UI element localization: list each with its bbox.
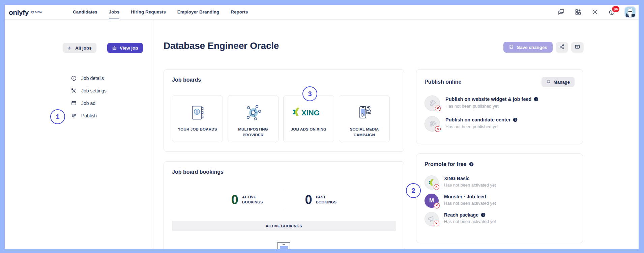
publish-row-candidate-center[interactable]: ✕ Publish on candidate center Has not be… xyxy=(425,116,575,132)
stats-divider xyxy=(284,190,284,209)
share-button[interactable] xyxy=(556,42,568,53)
svg-text:XING: XING xyxy=(301,109,320,117)
briefcase-icon xyxy=(112,46,117,51)
job-sidebar: All jobs View job Job details Job settin… xyxy=(5,20,153,249)
not-activated-x-icon: ✕ xyxy=(434,203,440,208)
top-navbar: onlyfy by XING Candidates Jobs Hiring Re… xyxy=(5,5,639,20)
messages-icon[interactable] xyxy=(558,8,565,16)
settings-gear-icon[interactable] xyxy=(591,8,598,16)
not-published-x-icon: ✕ xyxy=(435,126,441,132)
active-bookings-stat: 0 ACTIVEBOOKINGS xyxy=(231,193,263,206)
publish-online-title: Publish online xyxy=(425,79,461,85)
sidebar-item-job-settings[interactable]: Job settings xyxy=(71,87,107,95)
sidebar-item-job-ad[interactable]: Job ad xyxy=(71,99,107,107)
nav-candidates[interactable]: Candidates xyxy=(73,5,97,19)
not-published-x-icon: ✕ xyxy=(435,106,441,111)
header-actions: 84 xyxy=(558,7,635,17)
promote-row-xing-basic[interactable]: ✕ XING Basic Has not been activated yet xyxy=(425,175,575,190)
app-window: onlyfy by XING Candidates Jobs Hiring Re… xyxy=(5,5,639,249)
nav-jobs[interactable]: Jobs xyxy=(109,5,120,19)
job-boards-book-icon xyxy=(188,100,207,125)
window-icon xyxy=(71,100,77,106)
publish-row-website-widget[interactable]: ✕ Publish on website widget & job feed H… xyxy=(425,95,575,111)
active-bookings-count: 0 xyxy=(231,193,238,206)
not-activated-x-icon: ✕ xyxy=(434,184,439,190)
job-board-bookings-card: Job board bookings 0 ACTIVEBOOKINGS 0 PA… xyxy=(164,161,404,249)
browser-frame: onlyfy by XING Candidates Jobs Hiring Re… xyxy=(0,0,644,253)
nav-reports[interactable]: Reports xyxy=(231,5,248,19)
job-boards-title: Job boards xyxy=(172,77,396,83)
brand-logo[interactable]: onlyfy by XING xyxy=(9,8,42,16)
xing-logo: XING xyxy=(291,100,326,125)
main-nav: Candidates Jobs Hiring Requests Employer… xyxy=(73,5,248,19)
nav-employer-branding[interactable]: Employer Branding xyxy=(177,5,219,19)
promote-for-free-card: Promote for free ✕ XING Basic Has not be… xyxy=(416,153,583,243)
info-icon[interactable] xyxy=(513,117,518,122)
user-avatar[interactable] xyxy=(625,7,635,17)
sidebar-item-publish[interactable]: Publish xyxy=(71,112,107,120)
sidebar-item-job-details[interactable]: Job details xyxy=(71,74,107,82)
tile-job-ads-on-xing[interactable]: XING JOB ADS ON XING xyxy=(283,95,334,142)
brand-name: onlyfy xyxy=(9,9,29,16)
annotation-marker-1: 1 xyxy=(50,109,65,124)
publish-target-icon: ✕ xyxy=(425,116,440,132)
job-boards-tiles: YOUR JOB BOARDS MULTIPOSTING PROVIDER XI… xyxy=(172,95,396,142)
arrow-left-icon xyxy=(67,46,72,51)
publish-online-card: Publish online Manage ✕ Publish on websi… xyxy=(416,69,583,144)
job-boards-card: Job boards YOUR JOB BOARDS MULTIPOSTING … xyxy=(164,69,404,152)
info-circle-icon xyxy=(71,75,77,81)
job-section-menu: Job details Job settings Job ad Publish xyxy=(71,74,107,124)
xing-basic-icon: ✕ xyxy=(425,175,439,190)
tile-social-media-campaign[interactable]: SOCIAL MEDIA CAMPAIGN xyxy=(339,95,390,142)
network-hub-icon xyxy=(244,100,263,125)
social-media-phone-icon xyxy=(355,100,374,125)
annotation-marker-3: 3 xyxy=(302,86,317,101)
info-icon[interactable] xyxy=(469,162,474,167)
page-title: Database Engineer Oracle xyxy=(164,40,279,51)
help-notifications-icon[interactable]: 84 xyxy=(608,8,615,16)
save-changes-button[interactable]: Save changes xyxy=(503,42,553,53)
not-activated-x-icon: ✕ xyxy=(434,221,439,226)
gear-icon xyxy=(546,79,551,85)
notification-badge: 84 xyxy=(612,6,619,12)
page-actions: Save changes xyxy=(503,42,584,53)
active-bookings-section-header: ACTIVE BOOKINGS xyxy=(172,221,396,231)
manage-button[interactable]: Manage xyxy=(541,77,575,87)
save-icon xyxy=(509,44,514,50)
past-bookings-stat: 0 PASTBOOKINGS xyxy=(305,193,337,206)
apps-grid-icon[interactable] xyxy=(575,8,582,16)
all-jobs-button[interactable]: All jobs xyxy=(63,43,96,53)
promote-title: Promote for free xyxy=(425,161,466,167)
nav-hiring-requests[interactable]: Hiring Requests xyxy=(131,5,166,19)
empty-state-document-icon xyxy=(172,241,396,249)
info-icon[interactable] xyxy=(534,97,538,102)
bookings-title: Job board bookings xyxy=(172,169,396,175)
reader-view-button[interactable] xyxy=(571,42,584,53)
info-icon[interactable] xyxy=(481,213,486,217)
promote-row-monster-job-feed[interactable]: M ✕ Monster · Job feed Has not been acti… xyxy=(425,194,575,208)
tile-your-job-boards[interactable]: YOUR JOB BOARDS xyxy=(172,95,223,142)
monster-icon: M ✕ xyxy=(425,194,439,208)
annotation-marker-2: 2 xyxy=(406,183,421,198)
brand-byline: by XING xyxy=(31,10,42,13)
reader-icon xyxy=(575,44,580,51)
publish-spiral-icon xyxy=(71,113,77,119)
publish-target-icon: ✕ xyxy=(425,95,440,111)
share-icon xyxy=(559,44,565,51)
view-job-button[interactable]: View job xyxy=(107,43,143,53)
job-publish-main: Database Engineer Oracle Save changes Jo… xyxy=(153,20,639,249)
megaphone-icon: ✕ xyxy=(425,212,439,226)
bookings-stats: 0 ACTIVEBOOKINGS 0 PASTBOOKINGS xyxy=(172,190,396,209)
promote-row-reach-package[interactable]: ✕ Reach package Has not been activated y… xyxy=(425,212,575,226)
tools-icon xyxy=(71,88,77,94)
past-bookings-count: 0 xyxy=(305,193,312,206)
page-content: All jobs View job Job details Job settin… xyxy=(5,20,639,249)
tile-multiposting-provider[interactable]: MULTIPOSTING PROVIDER xyxy=(228,95,279,142)
